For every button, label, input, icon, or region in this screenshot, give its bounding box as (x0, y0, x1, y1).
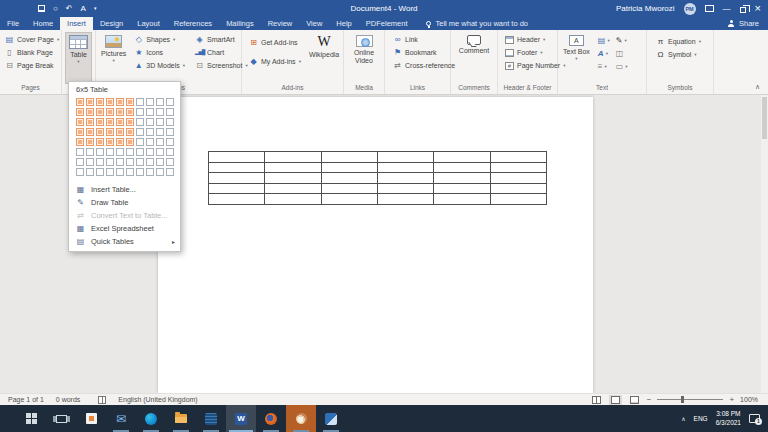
share-button[interactable]: Share (728, 17, 759, 30)
grid-size-cell[interactable] (126, 98, 134, 106)
grid-size-cell[interactable] (86, 158, 94, 166)
grid-size-cell[interactable] (136, 138, 144, 146)
document-table-cell[interactable] (321, 183, 377, 194)
grid-size-cell[interactable] (156, 158, 164, 166)
grid-size-cell[interactable] (136, 148, 144, 156)
grid-size-cell[interactable] (106, 138, 114, 146)
grid-size-cell[interactable] (156, 138, 164, 146)
grid-size-cell[interactable] (136, 108, 144, 116)
grid-size-cell[interactable] (96, 158, 104, 166)
grid-size-cell[interactable] (116, 108, 124, 116)
wikipedia-button[interactable]: W Wikipedia (306, 33, 342, 83)
document-table-cell[interactable] (490, 173, 546, 184)
file-explorer-button[interactable] (166, 405, 196, 432)
pen-mode-icon[interactable]: A (81, 5, 86, 13)
document-table-cell[interactable] (265, 162, 321, 173)
grid-size-cell[interactable] (76, 98, 84, 106)
document-table-cell[interactable] (265, 183, 321, 194)
grid-size-cell[interactable] (156, 128, 164, 136)
notification-icon[interactable]: 1 (749, 414, 760, 423)
document-table-cell[interactable] (209, 173, 265, 184)
customize-qat-icon[interactable]: ▾ (94, 6, 97, 11)
object-button[interactable]: ▭▾ (616, 60, 628, 73)
grid-size-cell[interactable] (116, 98, 124, 106)
grid-size-cell[interactable] (136, 98, 144, 106)
document-table-cell[interactable] (209, 194, 265, 205)
grid-size-cell[interactable] (156, 148, 164, 156)
cover-page-button[interactable]: ▤ Cover Page ▾ (2, 33, 59, 46)
hidden-icons-chevron[interactable]: ∧ (681, 415, 685, 422)
tab-file[interactable]: File (0, 17, 26, 30)
language-indicator[interactable]: English (United Kingdom) (118, 396, 197, 403)
grid-size-cell[interactable] (116, 148, 124, 156)
grid-size-cell[interactable] (146, 148, 154, 156)
table-button[interactable]: Table ▾ (66, 33, 91, 83)
document-table-cell[interactable] (434, 173, 490, 184)
equation-button[interactable]: π Equation ▾ (653, 35, 711, 48)
pictures-button[interactable]: Pictures ▾ (98, 33, 129, 83)
save-icon[interactable] (38, 5, 45, 12)
get-addins-button[interactable]: ⊞ Get Add-ins (246, 36, 304, 49)
text-box-button[interactable]: Text Box ▾ (560, 33, 593, 83)
grid-size-cell[interactable] (86, 148, 94, 156)
signature-line-button[interactable]: ✎▾ (616, 34, 628, 47)
document-table-cell[interactable] (434, 152, 490, 163)
undo-icon[interactable]: ↶ (66, 5, 73, 13)
grid-size-cell[interactable] (106, 128, 114, 136)
grid-size-cell[interactable] (106, 118, 114, 126)
drop-cap-button[interactable]: ≡▾ (598, 60, 610, 73)
tab-help[interactable]: Help (329, 17, 358, 30)
document-table-cell[interactable] (377, 162, 433, 173)
grid-size-cell[interactable] (76, 148, 84, 156)
web-layout-button[interactable] (628, 395, 641, 405)
table-size-grid[interactable] (69, 96, 180, 181)
grid-size-cell[interactable] (76, 108, 84, 116)
grid-size-cell[interactable] (166, 118, 174, 126)
grid-size-cell[interactable] (76, 138, 84, 146)
icons-button[interactable]: ★ Icons (131, 46, 188, 59)
grid-size-cell[interactable] (126, 148, 134, 156)
wordart-button[interactable]: A▾ (598, 47, 610, 60)
menu-item-excel-spreadsheet[interactable]: ▦ Excel Spreadsheet (69, 222, 180, 235)
collapse-ribbon-icon[interactable]: ∧ (755, 83, 760, 91)
clock[interactable]: 3:08 PM 6/3/2021 (716, 410, 741, 426)
grid-size-cell[interactable] (136, 128, 144, 136)
grid-size-cell[interactable] (76, 158, 84, 166)
grid-size-cell[interactable] (126, 108, 134, 116)
document-table-cell[interactable] (265, 173, 321, 184)
menu-item-insert-table[interactable]: ▦ Insert Table... (69, 183, 180, 196)
page-number-button[interactable]: Page Number ▾ (502, 59, 555, 72)
zoom-in-icon[interactable]: + (729, 395, 734, 404)
grid-size-cell[interactable] (126, 118, 134, 126)
grid-size-cell[interactable] (76, 118, 84, 126)
grid-size-cell[interactable] (106, 108, 114, 116)
document-table-cell[interactable] (434, 162, 490, 173)
symbol-button[interactable]: Ω Symbol ▾ (653, 48, 711, 61)
grid-size-cell[interactable] (166, 138, 174, 146)
tab-insert[interactable]: Insert (60, 17, 93, 30)
document-table-cell[interactable] (490, 194, 546, 205)
grid-size-cell[interactable] (146, 118, 154, 126)
firefox-button[interactable] (256, 405, 286, 432)
scrollbar-thumb[interactable] (762, 97, 767, 139)
comment-button[interactable]: Comment (456, 33, 492, 83)
footer-button[interactable]: Footer ▾ (502, 46, 555, 59)
grid-size-cell[interactable] (96, 138, 104, 146)
date-time-button[interactable]: ◫ (616, 47, 628, 60)
grid-size-cell[interactable] (166, 148, 174, 156)
grid-size-cell[interactable] (166, 168, 174, 176)
grid-size-cell[interactable] (86, 168, 94, 176)
tab-mailings[interactable]: Mailings (219, 17, 261, 30)
document-table-cell[interactable] (321, 152, 377, 163)
zoom-slider-thumb[interactable] (681, 396, 684, 403)
menu-item-quick-tables[interactable]: ▤ Quick Tables ▸ (69, 235, 180, 248)
language-badge[interactable]: ENG (694, 415, 708, 422)
my-addins-button[interactable]: ◆ My Add-ins ▾ (246, 55, 304, 68)
edge-button[interactable] (136, 405, 166, 432)
grid-size-cell[interactable] (106, 158, 114, 166)
zoom-level[interactable]: 100% (740, 396, 758, 403)
start-button[interactable] (16, 405, 46, 432)
document-table-cell[interactable] (265, 152, 321, 163)
document-table-cell[interactable] (490, 162, 546, 173)
grid-size-cell[interactable] (126, 138, 134, 146)
